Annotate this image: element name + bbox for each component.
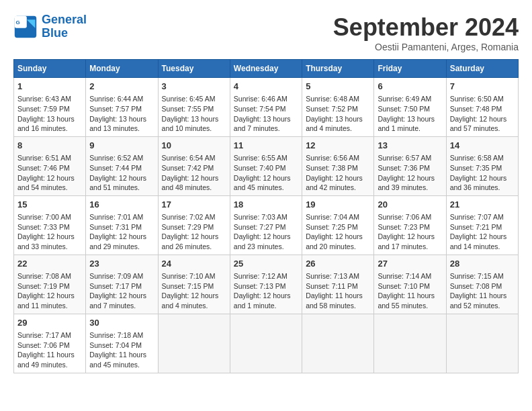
day-info: and 57 minutes. — [450, 124, 515, 134]
day-info: Daylight: 11 hours — [450, 291, 515, 301]
day-info: Sunrise: 6:56 AM — [306, 153, 370, 163]
day-info: Sunset: 7:29 PM — [162, 222, 226, 232]
day-info: and 51 minutes. — [89, 183, 154, 193]
day-info: and 54 minutes. — [17, 183, 82, 193]
day-info: and 4 minutes. — [306, 124, 370, 134]
calendar-cell: 23Sunrise: 7:09 AMSunset: 7:17 PMDayligh… — [86, 255, 158, 314]
day-info: and 36 minutes. — [450, 183, 515, 193]
day-info: Daylight: 13 hours — [162, 114, 226, 124]
day-info: and 14 minutes. — [450, 242, 515, 252]
day-info: Sunset: 7:55 PM — [162, 104, 226, 114]
day-info: and 20 minutes. — [306, 242, 370, 252]
day-info: and 45 minutes. — [234, 183, 298, 193]
day-info: Sunset: 7:08 PM — [450, 281, 515, 291]
day-info: and 4 minutes. — [162, 301, 226, 311]
day-info: Sunset: 7:10 PM — [378, 281, 442, 291]
day-info: Daylight: 12 hours — [306, 232, 370, 242]
day-number: 15 — [17, 199, 82, 211]
calendar-cell: 2Sunrise: 6:44 AMSunset: 7:57 PMDaylight… — [86, 78, 158, 137]
day-info: Sunset: 7:46 PM — [17, 163, 82, 173]
day-info: Daylight: 11 hours — [89, 350, 154, 360]
day-header-wednesday: Wednesday — [230, 60, 302, 78]
day-info: Daylight: 12 hours — [162, 291, 226, 301]
logo-text: General Blue — [42, 13, 87, 40]
day-info: Sunrise: 6:51 AM — [17, 153, 82, 163]
calendar-cell: 25Sunrise: 7:12 AMSunset: 7:13 PMDayligh… — [230, 255, 302, 314]
calendar-cell: 14Sunrise: 6:58 AMSunset: 7:35 PMDayligh… — [446, 136, 518, 195]
page-header: G General Blue September 2024 Oestii Pam… — [13, 13, 519, 52]
day-info: Sunset: 7:25 PM — [306, 222, 370, 232]
calendar-cell: 27Sunrise: 7:14 AMSunset: 7:10 PMDayligh… — [374, 255, 446, 314]
calendar-cell: 7Sunrise: 6:50 AMSunset: 7:48 PMDaylight… — [446, 78, 518, 137]
day-info: Sunrise: 7:09 AM — [89, 271, 154, 281]
day-info: Sunrise: 7:07 AM — [450, 212, 515, 222]
day-info: Daylight: 12 hours — [450, 232, 515, 242]
day-info: and 49 minutes. — [17, 360, 82, 370]
day-info: Sunset: 7:40 PM — [234, 163, 298, 173]
logo-line1: General — [42, 13, 87, 26]
day-info: and 29 minutes. — [89, 242, 154, 252]
calendar-cell: 1Sunrise: 6:43 AMSunset: 7:59 PMDaylight… — [14, 78, 86, 137]
day-info: and 23 minutes. — [234, 242, 298, 252]
day-info: Sunrise: 7:03 AM — [234, 212, 298, 222]
day-header-thursday: Thursday — [302, 60, 374, 78]
day-info: Sunrise: 7:01 AM — [89, 212, 154, 222]
day-info: Sunrise: 7:14 AM — [378, 271, 442, 281]
day-info: Sunrise: 6:44 AM — [89, 94, 154, 104]
day-info: Sunset: 7:31 PM — [89, 222, 154, 232]
day-info: Daylight: 11 hours — [306, 291, 370, 301]
day-info: and 7 minutes. — [234, 124, 298, 134]
day-info: Sunset: 7:50 PM — [378, 104, 442, 114]
day-info: Daylight: 13 hours — [306, 114, 370, 124]
day-info: Daylight: 12 hours — [378, 232, 442, 242]
day-info: Sunset: 7:54 PM — [234, 104, 298, 114]
day-number: 23 — [89, 258, 154, 270]
day-number: 30 — [89, 317, 154, 329]
day-number: 26 — [306, 258, 370, 270]
day-info: and 58 minutes. — [306, 301, 370, 311]
calendar-body: 1Sunrise: 6:43 AMSunset: 7:59 PMDaylight… — [14, 78, 519, 373]
day-info: Sunset: 7:36 PM — [378, 163, 442, 173]
day-info: Daylight: 13 hours — [378, 114, 442, 124]
day-number: 13 — [378, 140, 442, 152]
day-info: Sunrise: 7:00 AM — [17, 212, 82, 222]
day-info: Daylight: 12 hours — [162, 232, 226, 242]
day-info: Sunset: 7:06 PM — [17, 340, 82, 351]
calendar-week-3: 15Sunrise: 7:00 AMSunset: 7:33 PMDayligh… — [14, 195, 519, 255]
calendar-cell: 9Sunrise: 6:52 AMSunset: 7:44 PMDaylight… — [86, 136, 158, 195]
calendar-week-2: 8Sunrise: 6:51 AMSunset: 7:46 PMDaylight… — [14, 136, 519, 195]
calendar-week-5: 29Sunrise: 7:17 AMSunset: 7:06 PMDayligh… — [14, 314, 519, 373]
calendar-cell: 6Sunrise: 6:49 AMSunset: 7:50 PMDaylight… — [374, 78, 446, 137]
day-info: Daylight: 12 hours — [378, 173, 442, 183]
day-info: Daylight: 12 hours — [17, 232, 82, 242]
day-info: Sunset: 7:17 PM — [89, 281, 154, 291]
logo-line2: Blue — [42, 26, 68, 40]
day-number: 2 — [89, 81, 154, 93]
day-info: Sunrise: 7:17 AM — [17, 330, 82, 340]
day-info: and 1 minute. — [234, 301, 298, 311]
calendar-week-4: 22Sunrise: 7:08 AMSunset: 7:19 PMDayligh… — [14, 255, 519, 314]
day-number: 14 — [450, 140, 515, 152]
day-info: Sunrise: 7:08 AM — [17, 271, 82, 281]
calendar-cell: 30Sunrise: 7:18 AMSunset: 7:04 PMDayligh… — [86, 314, 158, 373]
calendar-cell — [302, 314, 374, 373]
day-info: Sunrise: 6:58 AM — [450, 153, 515, 163]
day-number: 7 — [450, 81, 515, 93]
day-number: 5 — [306, 81, 370, 93]
day-info: Daylight: 12 hours — [89, 291, 154, 301]
calendar-cell — [374, 314, 446, 373]
day-info: and 11 minutes. — [17, 301, 82, 311]
day-header-saturday: Saturday — [446, 60, 518, 78]
day-info: and 10 minutes. — [162, 124, 226, 134]
location-subtitle: Oestii Pamanteni, Arges, Romania — [333, 42, 519, 52]
day-info: Sunrise: 7:02 AM — [162, 212, 226, 222]
day-info: and 17 minutes. — [378, 242, 442, 252]
day-header-monday: Monday — [86, 60, 158, 78]
month-title: September 2024 — [333, 13, 519, 42]
day-info: Sunset: 7:19 PM — [17, 281, 82, 291]
day-info: and 48 minutes. — [162, 183, 226, 193]
day-number: 6 — [378, 81, 442, 93]
calendar-cell: 28Sunrise: 7:15 AMSunset: 7:08 PMDayligh… — [446, 255, 518, 314]
day-info: and 7 minutes. — [89, 301, 154, 311]
day-info: Daylight: 12 hours — [17, 291, 82, 301]
